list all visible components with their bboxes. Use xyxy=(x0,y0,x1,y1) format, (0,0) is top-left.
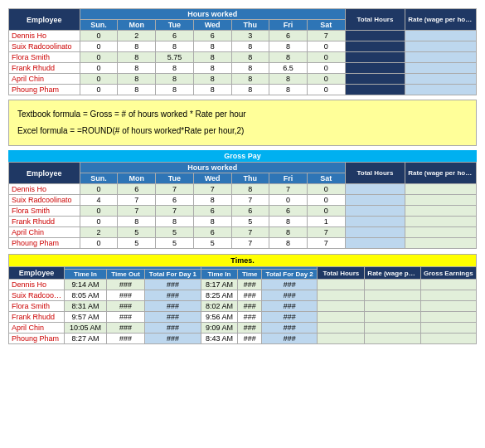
s3-gross xyxy=(420,280,476,290)
day-cell: 8 xyxy=(269,41,308,52)
s1-thu: Thu xyxy=(231,20,269,31)
s2-rate-header: Rate (wage per hour) xyxy=(405,163,477,184)
day-cell: 3 xyxy=(231,31,269,41)
day-cell: 8 xyxy=(231,74,269,85)
total-cell xyxy=(345,195,405,206)
s3-t1: ### xyxy=(145,290,201,301)
formula-box: Textbook formula = Gross = # of hours wo… xyxy=(8,100,477,146)
s3-out2: ### xyxy=(238,290,262,301)
day-cell: 0 xyxy=(307,206,345,217)
day-cell: 7 xyxy=(118,195,156,206)
section3-table: Times. Employee Total Hours Rate (wage p… xyxy=(8,254,477,344)
s3-in1: 9:57 AM xyxy=(65,312,106,323)
s1-mon: Mon xyxy=(118,20,156,31)
gross-pay-label: Gross Pay xyxy=(8,150,477,162)
day-cell: 0 xyxy=(80,52,118,63)
day-cell: 1 xyxy=(307,217,345,227)
table-row: Flora Smith0776660 xyxy=(9,206,477,217)
s3-out2: ### xyxy=(238,323,262,334)
day-cell: 8 xyxy=(269,227,308,238)
day-cell: 7 xyxy=(269,184,308,195)
s3-gross xyxy=(420,301,476,312)
s3-gross xyxy=(420,290,476,301)
day-cell: 6 xyxy=(193,206,231,217)
section2-table: Employee Hours worked Total Hours Rate (… xyxy=(8,162,477,249)
s3-in1: 8:27 AM xyxy=(65,334,106,344)
s3-hours xyxy=(318,290,365,301)
s1-wed: Wed xyxy=(193,20,231,31)
day-cell: 0 xyxy=(80,41,118,52)
s3-hours xyxy=(318,334,365,344)
s3-t2: ### xyxy=(262,334,318,344)
s3-out1: ### xyxy=(106,334,145,344)
s3-t2: ### xyxy=(262,312,318,323)
day-cell: 8 xyxy=(118,217,156,227)
day-cell: 8 xyxy=(156,63,194,74)
day-cell: 6 xyxy=(269,31,308,41)
total-cell xyxy=(345,74,405,85)
day-cell: 0 xyxy=(80,238,118,249)
day-cell: 0 xyxy=(80,74,118,85)
day-cell: 8 xyxy=(193,74,231,85)
day-cell: 0 xyxy=(80,31,118,41)
day-cell: 8 xyxy=(269,74,308,85)
s3-rate xyxy=(365,280,420,290)
table-row: Flora Smith085.758880 xyxy=(9,52,477,63)
day-cell: 5 xyxy=(231,217,269,227)
day-cell: 0 xyxy=(307,85,345,95)
day-cell: 6 xyxy=(193,31,231,41)
s3-t2: ### xyxy=(262,301,318,312)
day-cell: 7 xyxy=(231,227,269,238)
emp-name: Flora Smith xyxy=(9,52,80,63)
total-cell xyxy=(345,52,405,63)
day-cell: 8 xyxy=(231,85,269,95)
day-cell: 8 xyxy=(193,63,231,74)
s3-tout2: Time xyxy=(238,270,262,280)
s3-t2: ### xyxy=(262,280,318,290)
emp-name: Suix Radcoolinato xyxy=(9,41,80,52)
s3-totalhours-hdr: Total Hours xyxy=(318,267,365,280)
s3-t1: ### xyxy=(145,280,201,290)
s3-out2: ### xyxy=(238,312,262,323)
day-cell: 7 xyxy=(118,206,156,217)
total-cell xyxy=(345,85,405,95)
day-cell: 8 xyxy=(231,52,269,63)
day-cell: 7 xyxy=(231,238,269,249)
day-cell: 8 xyxy=(118,52,156,63)
day-cell: 0 xyxy=(80,63,118,74)
s3-tout1: Time Out xyxy=(106,270,145,280)
day-cell: 6 xyxy=(193,227,231,238)
s1-hours-header: Hours worked xyxy=(80,9,345,20)
table-row: Dennis Ho9:14 AM######8:17 AM###### xyxy=(9,280,477,290)
s3-t2: ### xyxy=(262,290,318,301)
day-cell: 0 xyxy=(80,206,118,217)
emp-name: Suix Radcoolinato xyxy=(9,290,65,301)
s3-hours xyxy=(318,280,365,290)
day-cell: 6 xyxy=(269,206,308,217)
s3-out1: ### xyxy=(106,290,145,301)
emp-name: Flora Smith xyxy=(9,206,80,217)
s3-in2: 8:43 AM xyxy=(201,334,238,344)
formula-line1: Textbook formula = Gross = # of hours wo… xyxy=(17,107,468,122)
total-cell xyxy=(345,31,405,41)
day-cell: 5 xyxy=(156,227,194,238)
total-cell xyxy=(345,227,405,238)
s3-out2: ### xyxy=(238,280,262,290)
day-cell: 0 xyxy=(269,195,308,206)
day-cell: 0 xyxy=(307,41,345,52)
table-row: Frank Rhudd088886.50 xyxy=(9,63,477,74)
s3-out1: ### xyxy=(106,312,145,323)
day-cell: 2 xyxy=(80,227,118,238)
day-cell: 7 xyxy=(156,184,194,195)
day-cell: 8 xyxy=(118,63,156,74)
rate-cell xyxy=(405,52,477,63)
s3-in2: 8:17 AM xyxy=(201,280,238,290)
table-row: Phoung Pham0555787 xyxy=(9,238,477,249)
table-row: Flora Smith8:31 AM######8:02 AM###### xyxy=(9,301,477,312)
day-cell: 0 xyxy=(307,52,345,63)
s3-hours xyxy=(318,312,365,323)
s3-in1: 8:31 AM xyxy=(65,301,106,312)
s3-total1: Total For Day 1 xyxy=(145,270,201,280)
rate-cell xyxy=(405,184,477,195)
formula-line2: Excel formula = =ROUND(# of hours worked… xyxy=(17,124,468,139)
